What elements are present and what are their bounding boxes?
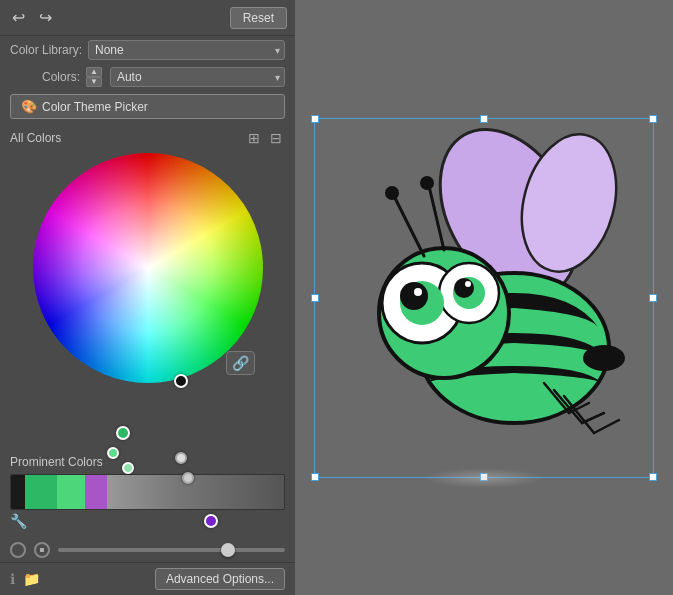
prominent-color-1[interactable] [11, 475, 25, 509]
theme-picker-label: Color Theme Picker [42, 100, 148, 114]
canvas-area[interactable] [314, 118, 654, 478]
undo-button[interactable]: ↩ [8, 6, 29, 29]
prominent-color-2[interactable] [25, 475, 58, 509]
info-icon[interactable]: ℹ [10, 571, 15, 587]
prominent-colors-hint: 🔧 [10, 510, 285, 532]
color-library-select-wrap: None Custom Standard ▾ [88, 40, 285, 60]
color-library-label: Color Library: [10, 43, 82, 57]
theme-picker-icon: 🎨 [21, 99, 37, 114]
left-panel: ↩ ↪ Reset Color Library: None Custom Sta… [0, 0, 295, 595]
svg-point-22 [584, 346, 624, 370]
wheel-dark-overlay [33, 153, 263, 383]
svg-point-14 [400, 282, 428, 310]
wheel-section-title: All Colors [10, 131, 61, 145]
colors-down-button[interactable]: ▼ [86, 77, 102, 87]
svg-point-15 [454, 278, 474, 298]
svg-point-19 [385, 186, 399, 200]
slider-track[interactable] [58, 548, 285, 552]
advanced-options-button[interactable]: Advanced Options... [155, 568, 285, 590]
wheel-list-icon-btn[interactable]: ⊟ [267, 129, 285, 147]
wheel-grid-icon-btn[interactable]: ⊞ [245, 129, 263, 147]
slider-left-icon[interactable] [10, 542, 26, 558]
theme-picker-button[interactable]: 🎨 Color Theme Picker [10, 94, 285, 119]
svg-point-16 [414, 288, 422, 296]
colors-select-wrap: Auto 2 3 4 5 6 ▾ [110, 67, 285, 87]
color-wheel-section: All Colors ⊞ ⊟ [0, 123, 295, 449]
svg-line-18 [394, 196, 424, 256]
color-dot-green-1[interactable] [116, 426, 130, 440]
prominent-colors-bar[interactable] [10, 474, 285, 510]
prominent-colors-section: Prominent Colors 🔧 [0, 449, 295, 538]
folder-icon[interactable]: 📁 [23, 571, 40, 587]
bee-illustration [314, 118, 654, 478]
wheel-section-icons: ⊞ ⊟ [245, 129, 285, 147]
link-icon[interactable]: 🔗 [226, 351, 255, 375]
slider-thumb[interactable] [221, 543, 235, 557]
color-library-row: Color Library: None Custom Standard ▾ [0, 36, 295, 64]
slider-row [0, 538, 295, 562]
right-panel [295, 0, 673, 595]
colors-spinner: ▲ ▼ [86, 67, 102, 87]
wheel-section-header: All Colors ⊞ ⊟ [10, 129, 285, 147]
footer-bar: ℹ 📁 Advanced Options... [0, 562, 295, 595]
prominent-color-3[interactable] [57, 475, 84, 509]
shadow-ellipse [424, 468, 544, 488]
colors-label: Colors: [10, 70, 80, 84]
colors-up-button[interactable]: ▲ [86, 67, 102, 77]
colors-select[interactable]: Auto 2 3 4 5 6 [110, 67, 285, 87]
svg-line-5 [181, 381, 211, 383]
prominent-color-4[interactable] [85, 475, 107, 509]
prominent-colors-title: Prominent Colors [10, 455, 285, 469]
svg-point-21 [420, 176, 434, 190]
slider-mid-icon[interactable] [34, 542, 50, 558]
svg-point-17 [465, 281, 471, 287]
toolbar: ↩ ↪ Reset [0, 0, 295, 36]
adjust-icon: 🔧 [10, 513, 27, 529]
svg-line-28 [594, 420, 619, 433]
color-library-select[interactable]: None Custom Standard [88, 40, 285, 60]
redo-button[interactable]: ↪ [35, 6, 56, 29]
prominent-color-gray[interactable] [107, 475, 284, 509]
colors-row: Colors: ▲ ▼ Auto 2 3 4 5 6 ▾ [0, 64, 295, 90]
color-wheel-container[interactable]: 🔗 [33, 153, 263, 383]
reset-button[interactable]: Reset [230, 7, 287, 29]
